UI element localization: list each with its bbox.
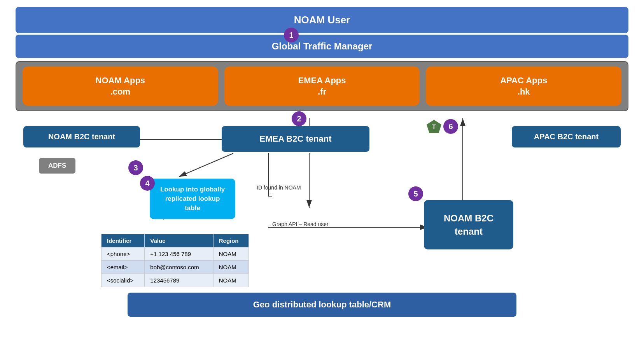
emea-app-box: EMEA Apps .fr	[224, 67, 420, 106]
col-header-region: Region	[213, 234, 248, 247]
pentagon-icon: T	[426, 119, 442, 136]
diagram-container: NOAM User 1 Global Traffic Manager NOAM …	[0, 0, 644, 358]
emea-b2c-tenant-box: EMEA B2C tenant	[222, 126, 369, 152]
svg-text:T: T	[432, 124, 436, 130]
table-row: <phone> +1 123 456 789 NOAM	[102, 247, 249, 261]
gtm-label: Global Traffic Manager	[272, 41, 373, 51]
badge-2: 2	[292, 111, 306, 126]
graph-api-label: Graph API – Read user	[272, 221, 329, 227]
adfs-box: ADFS	[39, 158, 75, 174]
badge-5: 5	[408, 186, 423, 201]
table-row: <email> bob@contoso.com NOAM	[102, 261, 249, 274]
table-row: <socialId> 123456789 NOAM	[102, 274, 249, 287]
gtm-bar: Global Traffic Manager	[16, 35, 628, 58]
col-header-value: Value	[145, 234, 213, 247]
noam-user-label: NOAM User	[294, 14, 350, 26]
svg-line-4	[179, 153, 233, 177]
middle-section: NOAM B2C tenant ADFS 3 4 Lookup into glo…	[16, 118, 628, 317]
col-header-identifier: Identifier	[102, 234, 145, 247]
id-found-label: ID found in NOAM	[257, 184, 301, 191]
gtm-row: 1 Global Traffic Manager	[16, 35, 628, 58]
lookup-bubble: Lookup into globally replicated lookup t…	[150, 179, 235, 219]
badge-6: 6	[443, 119, 458, 134]
geo-bar: Geo distributed lookup table/CRM	[128, 293, 516, 317]
noam-app-box: NOAM Apps .com	[23, 67, 218, 106]
lookup-table: Identifier Value Region <phone> +1 123 4…	[101, 234, 249, 287]
badge-3: 3	[128, 160, 143, 175]
noam-b2c-large-box: NOAM B2C tenant	[424, 200, 513, 249]
noam-b2c-tenant-box: NOAM B2C tenant	[23, 126, 140, 147]
badge-4: 4	[140, 176, 155, 191]
apps-outer: NOAM Apps .com EMEA Apps .fr APAC Apps .…	[16, 61, 628, 111]
badge-1: 1	[284, 28, 299, 42]
apac-app-box: APAC Apps .hk	[426, 67, 621, 106]
noam-user-bar: NOAM User	[16, 7, 628, 33]
apac-b2c-tenant-box: APAC B2C tenant	[512, 126, 621, 147]
